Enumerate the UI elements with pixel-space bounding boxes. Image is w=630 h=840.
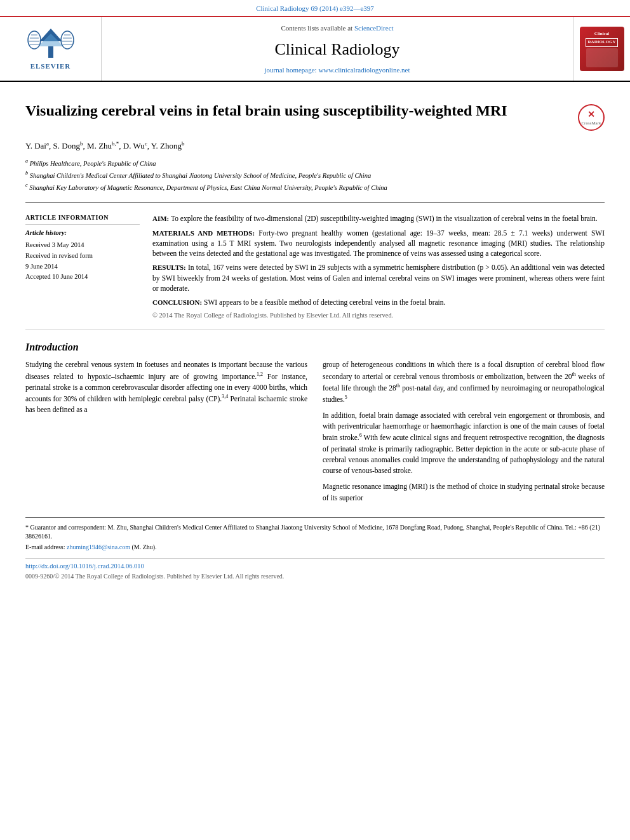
history-label: Article history:	[25, 229, 140, 238]
author-sup-b1: b	[80, 140, 83, 147]
elsevier-tree-icon	[25, 27, 76, 59]
intro-left-col: Studying the cerebral venous system in f…	[25, 359, 307, 508]
materials-paragraph: MATERIALS AND METHODS: Forty-two pregnan…	[152, 228, 605, 259]
aim-label: AIM:	[152, 215, 169, 222]
intro-right-col: group of heterogeneous conditions in whi…	[323, 359, 605, 508]
author-sup-b2: b	[182, 140, 185, 147]
affiliation-b: b Shanghai Children's Medical Center Aff…	[25, 170, 605, 180]
intro-right-para1: group of heterogeneous conditions in whi…	[323, 359, 605, 404]
article-info-label: Article Information	[25, 213, 140, 225]
affil-sup-c: c	[25, 182, 28, 188]
doi-line: http://dx.doi.org/10.1016/j.crad.2014.06…	[25, 562, 605, 571]
bottom-bar: http://dx.doi.org/10.1016/j.crad.2014.06…	[25, 558, 605, 582]
crossmark-icon: ✕ CrossMark	[578, 104, 605, 131]
svg-point-3	[28, 31, 41, 49]
article-content: Visualizing cerebral veins in fetal brai…	[0, 82, 630, 594]
svg-rect-0	[48, 46, 53, 58]
guarantor-note: * Guarantor and correspondent: M. Zhu, S…	[25, 523, 605, 541]
email-note: E-mail address: zhuming1946@sina.com (M.…	[25, 543, 605, 552]
revised-label: Received in revised form	[25, 251, 140, 261]
introduction-body: Studying the cerebral venous system in f…	[25, 359, 605, 508]
email-suffix: (M. Zhu).	[132, 543, 157, 550]
ref-6: 6	[359, 432, 362, 438]
received-date: Received 3 May 2014	[25, 241, 140, 250]
journal-name: Clinical Radiology	[274, 38, 399, 61]
affiliation-c: c Shanghai Key Laboratory of Magnetic Re…	[25, 182, 605, 192]
crossmark-badge[interactable]: ✕ CrossMark	[578, 104, 605, 131]
affiliations: a Philips Healthcare, People's Republic …	[25, 157, 605, 204]
materials-label: MATERIALS AND METHODS:	[152, 229, 255, 237]
revised-date: 9 June 2014	[25, 262, 140, 272]
logo-radiology: RADIOLOGY	[586, 38, 619, 47]
doi-link[interactable]: http://dx.doi.org/10.1016/j.crad.2014.06…	[25, 563, 144, 570]
author-sup-c: c	[145, 140, 147, 147]
journal-header: ELSEVIER Contents lists available at Sci…	[0, 17, 630, 82]
journal-logo-area: Clinical RADIOLOGY	[573, 17, 630, 81]
conclusion-label: CONCLUSION:	[152, 298, 202, 306]
intro-right-para2: In addition, foetal brain damage associa…	[323, 410, 605, 476]
journal-citation: Clinical Radiology 69 (2014) e392—e397	[256, 4, 374, 12]
results-paragraph: RESULTS: In total, 167 veins were detect…	[152, 262, 605, 293]
guarantor-text: * Guarantor and correspondent: M. Zhu, S…	[25, 524, 600, 540]
journal-center-header: Contents lists available at ScienceDirec…	[102, 17, 573, 81]
homepage-url[interactable]: www.clinicalradiologyonline.net	[318, 66, 410, 74]
article-title-section: Visualizing cerebral veins in fetal brai…	[25, 95, 605, 131]
ref-th-1: th	[572, 371, 576, 377]
journal-citation-bar: Clinical Radiology 69 (2014) e392—e397	[0, 0, 630, 17]
results-text: In total, 167 veins were detected by SWI…	[152, 263, 605, 291]
results-label: RESULTS:	[152, 263, 186, 271]
article-title: Visualizing cerebral veins in fetal brai…	[25, 101, 565, 121]
ref-3-4: 3,4	[222, 394, 228, 399]
aim-text: To explore the feasibility of two-dimens…	[171, 215, 598, 222]
logo-clinical: Clinical	[594, 31, 609, 37]
abstract-section: Article Information Article history: Rec…	[25, 213, 605, 330]
affil-sup-a: a	[25, 158, 28, 164]
contents-available-line: Contents lists available at ScienceDirec…	[281, 23, 393, 33]
introduction-section: Introduction Studying the cerebral venou…	[25, 340, 605, 509]
journal-logo-box: Clinical RADIOLOGY	[580, 27, 624, 71]
svg-point-4	[61, 31, 74, 49]
author-sup-a: a	[46, 140, 49, 147]
accepted-date: Accepted 10 June 2014	[25, 272, 140, 282]
issn-line: 0009-9260/© 2014 The Royal College of Ra…	[25, 572, 605, 581]
ref-th-2: th	[396, 383, 400, 389]
abstract-col: AIM: To explore the feasibility of two-d…	[152, 213, 605, 321]
issn-text: 0009-9260/© 2014 The Royal College of Ra…	[25, 573, 284, 580]
footnotes-area: * Guarantor and correspondent: M. Zhu, S…	[25, 517, 605, 552]
sciencedirect-link[interactable]: ScienceDirect	[354, 24, 394, 32]
ref-1-2: 1,2	[257, 371, 263, 377]
article-info-col: Article Information Article history: Rec…	[25, 213, 140, 321]
aim-paragraph: AIM: To explore the feasibility of two-d…	[152, 213, 605, 223]
elsevier-wordmark: ELSEVIER	[30, 62, 71, 71]
elsevier-logo-area: ELSEVIER	[0, 17, 102, 81]
affiliation-a: a Philips Healthcare, People's Republic …	[25, 157, 605, 168]
author-sup-b-star: b,*	[112, 140, 119, 147]
journal-homepage: journal homepage: www.clinicalradiologyo…	[264, 65, 410, 75]
conclusion-paragraph: CONCLUSION: SWI appears to be a feasible…	[152, 297, 605, 307]
authors-line: Y. Daia, S. Dongb, M. Zhub,*, D. Wuc, Y.…	[25, 140, 605, 152]
introduction-heading: Introduction	[25, 340, 605, 354]
conclusion-text: SWI appears to be a feasible method of d…	[204, 298, 445, 306]
email-link[interactable]: zhuming1946@sina.com	[67, 543, 130, 550]
intro-left-para1: Studying the cerebral venous system in f…	[25, 359, 307, 415]
intro-right-para3: Magnetic resonance imaging (MRI) is the …	[323, 481, 605, 503]
affil-sup-b: b	[25, 170, 28, 176]
logo-image-placeholder	[586, 48, 618, 67]
ref-5: 5	[345, 394, 347, 400]
copyright-line: © 2014 The Royal College of Radiologists…	[152, 311, 605, 321]
